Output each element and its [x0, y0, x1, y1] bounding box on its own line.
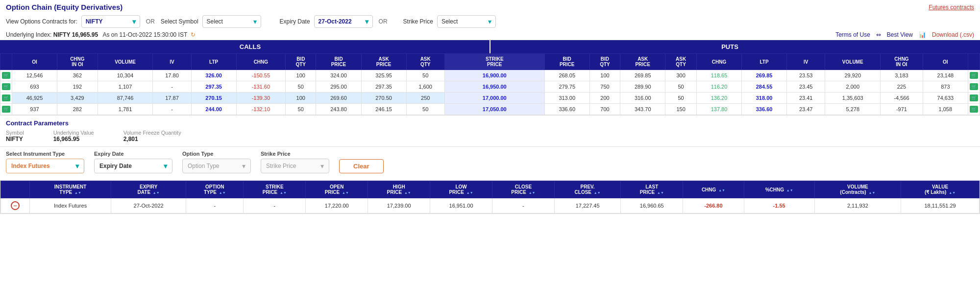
ask-price-calls-cell: 297.35: [361, 81, 406, 93]
strike-section: Strike Price Select ▾: [403, 15, 496, 28]
ltp-puts-link[interactable]: 284.55: [756, 84, 773, 90]
sort-strike-icon[interactable]: ▲▼: [280, 191, 287, 194]
ask-qty-puts-cell: 150: [665, 104, 697, 115]
strike-chevron-down-icon: ▾: [488, 18, 491, 25]
futures-expiry-dropdown[interactable]: Expiry Date ▾: [94, 159, 172, 173]
sort-pct-icon[interactable]: ▲▼: [786, 189, 793, 192]
clear-button[interactable]: Clear: [339, 159, 384, 173]
ask-price-puts-cell: 343.70: [620, 104, 665, 115]
strike-dropdown[interactable]: Select ▾: [437, 15, 496, 28]
sort-option-icon[interactable]: ▲▼: [219, 191, 226, 194]
calls-buy-icon[interactable]: 🛒: [2, 83, 10, 90]
as-of-text: As on 11-Oct-2022 15:30:00 IST: [102, 31, 187, 38]
col-iv-puts: IV: [787, 54, 825, 70]
expiry-chevron-down-icon: ▾: [365, 18, 368, 25]
expiry-dropdown[interactable]: 27-Oct-2022 ▾: [314, 15, 373, 28]
strike-cell[interactable]: 16,900.00: [444, 70, 544, 81]
or-text-1: OR: [146, 18, 155, 25]
ltp-calls-link[interactable]: 244.00: [205, 106, 222, 112]
ask-price-calls-cell: 246.15: [361, 104, 406, 115]
calls-buy-icon[interactable]: 🛒: [2, 72, 10, 79]
strike-cell[interactable]: 16,950.00: [444, 81, 544, 93]
option-type-cell: -: [186, 198, 244, 213]
terms-link[interactable]: Terms of Use: [835, 31, 870, 38]
value-cell: 18,11,551.29: [901, 198, 980, 213]
sort-volume-icon[interactable]: ▲▼: [868, 191, 875, 194]
underlying-param-value: 16,965.95: [53, 136, 79, 142]
download-link[interactable]: Download (.csv): [932, 31, 974, 38]
chng-calls-cell: -139.30: [236, 93, 285, 104]
expiry-date-cell: 27-Oct-2022: [111, 198, 186, 213]
strike-cell[interactable]: 17,050.00: [444, 104, 544, 115]
bid-price-puts-cell: 268.05: [544, 70, 589, 81]
strike-price-group: Strike Price Strike Price ▾: [261, 151, 329, 173]
instrument-type-dropdown[interactable]: Index Futures ▾: [6, 159, 84, 173]
oi-calls-cell: 12,546: [12, 70, 57, 81]
volume-calls-cell: 10,304: [98, 70, 153, 81]
ltp-puts-link[interactable]: 318.00: [756, 95, 773, 101]
sort-close-icon[interactable]: ▲▼: [529, 191, 536, 194]
freeze-param-label: Volume Freeze Quantity: [123, 130, 181, 136]
sort-prev-icon[interactable]: ▲▼: [594, 191, 601, 194]
ltp-calls-link[interactable]: 297.35: [205, 84, 222, 90]
view-label: View Options Contracts for:: [6, 18, 77, 25]
volume-puts-cell: 2,000: [825, 81, 881, 93]
option-type-chevron-down-icon: ▾: [242, 162, 245, 170]
symbol-param: Symbol NIFTY: [6, 130, 24, 142]
select-symbol-dropdown[interactable]: Select ▾: [202, 15, 261, 28]
puts-buy-icon[interactable]: 🛒: [970, 72, 978, 79]
chng-calls-cell: -132.10: [236, 104, 285, 115]
ltp-calls-link[interactable]: 270.15: [205, 95, 222, 101]
sort-expiry-icon[interactable]: ▲▼: [153, 191, 160, 194]
ltp-calls-link[interactable]: 326.00: [205, 72, 222, 78]
sort-high-icon[interactable]: ▲▼: [404, 191, 411, 194]
strike-price-dropdown[interactable]: Strike Price ▾: [261, 159, 329, 173]
expiry-value: 27-Oct-2022: [318, 18, 352, 25]
strike-price-cell: -: [244, 198, 306, 213]
puts-buy-icon[interactable]: 🛒: [970, 94, 978, 101]
sort-chng-icon[interactable]: ▲▼: [718, 189, 725, 192]
remove-cell[interactable]: −: [1, 198, 30, 213]
ask-qty-puts-cell: 50: [665, 93, 697, 104]
chng-calls-cell: -150.55: [236, 70, 285, 81]
calls-buy-icon[interactable]: 🛒: [2, 106, 10, 113]
chain-row: 🛒 937 282 1,781 - 244.00 -132.10 50 243.…: [0, 104, 980, 115]
sort-low-icon[interactable]: ▲▼: [466, 191, 473, 194]
ltp-puts-link[interactable]: 269.85: [756, 72, 773, 78]
col-option-type: OPTIONTYPE ▲▼: [186, 181, 244, 198]
ask-qty-calls-cell: 1,600: [406, 81, 444, 93]
col-volume: VOLUME(Contracts) ▲▼: [814, 181, 901, 198]
col-pct-chng: %CHNG ▲▼: [744, 181, 814, 198]
puts-buy-icon[interactable]: 🛒: [970, 106, 978, 113]
strike-value: 17,000.00: [483, 95, 507, 101]
option-type-label: Option Type: [182, 151, 251, 157]
refresh-icon[interactable]: ↻: [191, 31, 196, 38]
chain-row: 🛒 46,925 3,429 87,746 17.87 270.15 -139.…: [0, 93, 980, 104]
best-view-link[interactable]: Best View: [887, 31, 913, 38]
calls-buy-icon-cell: 🛒: [0, 70, 12, 81]
futures-link[interactable]: Futures contracts: [929, 4, 974, 11]
remove-icon[interactable]: −: [11, 201, 20, 210]
col-last-price: LASTPRICE ▲▼: [621, 181, 683, 198]
col-instrument-type: INSTRUMENTTYPE ▲▼: [29, 181, 111, 198]
strike-placeholder: Select: [441, 18, 458, 25]
sort-instrument-icon[interactable]: ▲▼: [74, 191, 81, 194]
futures-expiry-group: Expiry Date Expiry Date ▾: [94, 151, 172, 173]
col-iv-calls: IV: [153, 54, 191, 70]
col-oi-calls: OI: [12, 54, 57, 70]
sort-last-icon[interactable]: ▲▼: [657, 191, 664, 194]
strike-cell[interactable]: 17,000.00: [444, 93, 544, 104]
nifty-dropdown[interactable]: NIFTY ▾: [81, 15, 140, 28]
calls-buy-icon[interactable]: 🛒: [2, 94, 10, 101]
col-close-price: CLOSEPRICE ▲▼: [492, 181, 555, 198]
ltp-calls-cell: 270.15: [191, 93, 236, 104]
puts-label: PUTS: [490, 40, 969, 53]
col-ask-qty-calls: ASKQTY: [406, 54, 444, 70]
puts-buy-icon[interactable]: 🛒: [970, 83, 978, 90]
sort-open-icon[interactable]: ▲▼: [342, 191, 349, 194]
chain-header-row: OI CHNGIN OI VOLUME IV LTP CHNG BIDQTY B…: [0, 54, 980, 70]
sort-value-icon[interactable]: ▲▼: [949, 191, 956, 194]
ask-qty-calls-cell: 250: [406, 93, 444, 104]
option-type-dropdown[interactable]: Option Type ▾: [182, 159, 251, 173]
ltp-puts-link[interactable]: 336.60: [756, 106, 773, 112]
